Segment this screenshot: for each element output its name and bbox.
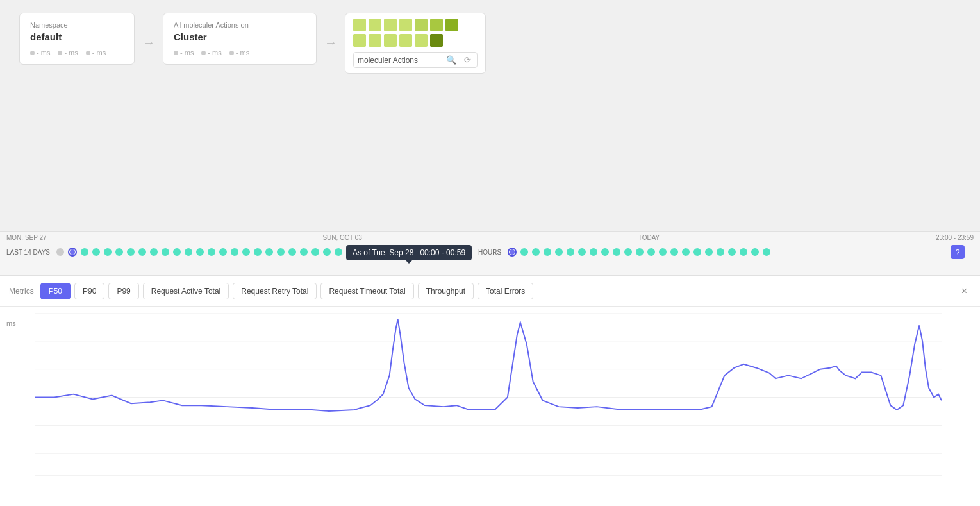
cluster-square-10[interactable] xyxy=(399,34,412,47)
tab-p50[interactable]: P50 xyxy=(40,283,71,299)
hour-dot-11[interactable] xyxy=(636,248,644,256)
c-dot-2 xyxy=(201,51,206,55)
hour-dot-7[interactable] xyxy=(590,248,597,256)
day-dot-0[interactable] xyxy=(56,248,64,256)
tab-request-timeout[interactable]: Request Timeout Total xyxy=(320,283,413,299)
cluster-squares xyxy=(353,19,469,47)
day-dot-8[interactable] xyxy=(150,248,158,256)
day-dot-9[interactable] xyxy=(162,248,169,256)
hour-dot-1[interactable] xyxy=(520,248,528,256)
c-metric-2: - ms xyxy=(201,49,221,56)
day-dot-15[interactable] xyxy=(231,248,238,256)
search-icon[interactable]: 🔍 xyxy=(444,55,458,65)
namespace-label: Namespace xyxy=(30,21,124,29)
cluster-square-6[interactable] xyxy=(445,19,458,31)
day-dot-18[interactable] xyxy=(265,248,273,256)
last14days-row: LAST 14 DAYS xyxy=(0,241,980,263)
hour-dot-20[interactable] xyxy=(740,248,747,256)
day-dot-21[interactable] xyxy=(300,248,308,256)
tab-p99[interactable]: P99 xyxy=(108,283,138,299)
hour-dot-16[interactable] xyxy=(693,248,701,256)
hour-dot-17[interactable] xyxy=(705,248,713,256)
hour-dot-selected[interactable] xyxy=(508,248,517,257)
cluster-square-2[interactable] xyxy=(384,19,397,31)
cluster-square-3[interactable] xyxy=(399,19,412,31)
cluster-square-8[interactable] xyxy=(369,34,381,47)
date-label-center-left: SUN, OCT 03 xyxy=(322,234,362,241)
day-dot-23[interactable] xyxy=(323,248,331,256)
timeline-bar: MON, SEP 27 SUN, OCT 03 TODAY 23:00 - 23… xyxy=(0,231,980,276)
hour-dot-12[interactable] xyxy=(647,248,655,256)
hour-dot-4[interactable] xyxy=(555,248,563,256)
date-label-right: 23:00 - 23:59 xyxy=(936,234,974,241)
cluster-square-1[interactable] xyxy=(369,19,381,31)
flow-area: Namespace default - ms - ms - ms → All m… xyxy=(0,0,980,231)
cluster-square-9[interactable] xyxy=(384,34,397,47)
day-dot-2[interactable] xyxy=(81,248,88,256)
hour-dot-21[interactable] xyxy=(751,248,759,256)
day-dot-16[interactable] xyxy=(242,248,250,256)
cluster-square-0[interactable] xyxy=(353,19,366,31)
tab-request-active[interactable]: Request Active Total xyxy=(143,283,229,299)
day-dot-17[interactable] xyxy=(254,248,262,256)
tab-total-errors[interactable]: Total Errors xyxy=(478,283,533,299)
day-dot-5[interactable] xyxy=(115,248,123,256)
c-metric-3: - ms xyxy=(229,49,249,56)
day-dot-6[interactable] xyxy=(127,248,135,256)
hour-dot-15[interactable] xyxy=(682,248,690,256)
date-label-center: TODAY xyxy=(638,234,660,241)
close-button[interactable]: × xyxy=(958,284,971,298)
hour-dot-3[interactable] xyxy=(544,248,551,256)
day-dot-4[interactable] xyxy=(104,248,112,256)
hour-dot-6[interactable] xyxy=(578,248,586,256)
cluster-square-7[interactable] xyxy=(353,34,366,47)
hour-dot-19[interactable] xyxy=(728,248,736,256)
hour-dot-10[interactable] xyxy=(624,248,632,256)
dot-3 xyxy=(86,51,90,55)
tab-throughput[interactable]: Throughput xyxy=(418,283,474,299)
tooltip-date: As of Tue, Sep 28 xyxy=(353,248,413,257)
chart-container: ms 100 80 60 40 20 0 Sep 28, 12:00 AM Se… xyxy=(0,307,980,501)
cluster-search-bar[interactable]: moleculer Actions 🔍 ⟳ xyxy=(353,52,478,68)
cluster-square-11[interactable] xyxy=(415,34,428,47)
namespace-node: Namespace default - ms - ms - ms xyxy=(19,13,135,65)
tooltip-time: 00:00 - 00:59 xyxy=(420,248,465,257)
y-axis-label: ms xyxy=(6,319,16,327)
day-dot-1[interactable] xyxy=(68,248,77,257)
hour-dot-14[interactable] xyxy=(670,248,678,256)
tab-p90[interactable]: P90 xyxy=(74,283,104,299)
hour-dot-22[interactable] xyxy=(763,248,770,256)
hour-dot-2[interactable] xyxy=(532,248,540,256)
day-dot-14[interactable] xyxy=(219,248,227,256)
day-dot-10[interactable] xyxy=(173,248,181,256)
cluster-square-5[interactable] xyxy=(430,19,443,31)
day-dot-22[interactable] xyxy=(311,248,319,256)
hour-dot-8[interactable] xyxy=(601,248,609,256)
tab-request-retry[interactable]: Request Retry Total xyxy=(233,283,317,299)
day-dot-11[interactable] xyxy=(185,248,192,256)
timeline-tooltip: As of Tue, Sep 28 00:00 - 00:59 xyxy=(346,245,472,260)
namespace-metrics: - ms - ms - ms xyxy=(30,49,124,56)
c-dot-3 xyxy=(229,51,234,55)
hour-dot-5[interactable] xyxy=(567,248,574,256)
actions-node: moleculer Actions 🔍 ⟳ xyxy=(345,13,486,74)
day-dot-24[interactable] xyxy=(335,248,342,256)
metric-2: - ms xyxy=(58,49,78,56)
cluster-square-4[interactable] xyxy=(415,19,428,31)
day-dot-19[interactable] xyxy=(277,248,285,256)
cluster-node: All moleculer Actions on Cluster - ms - … xyxy=(163,13,317,65)
last14days-label: LAST 14 DAYS xyxy=(6,249,50,256)
cluster-title: Cluster xyxy=(174,31,306,42)
hour-dot-13[interactable] xyxy=(659,248,667,256)
day-dot-13[interactable] xyxy=(208,248,215,256)
arrow-2: → xyxy=(317,35,345,50)
day-dot-3[interactable] xyxy=(92,248,100,256)
day-dot-7[interactable] xyxy=(138,248,146,256)
hour-dot-18[interactable] xyxy=(717,248,724,256)
help-button[interactable]: ? xyxy=(951,245,965,259)
day-dot-12[interactable] xyxy=(196,248,204,256)
day-dot-20[interactable] xyxy=(288,248,296,256)
hour-dot-9[interactable] xyxy=(613,248,620,256)
cluster-square-12[interactable] xyxy=(430,34,443,47)
refresh-icon[interactable]: ⟳ xyxy=(462,55,473,65)
